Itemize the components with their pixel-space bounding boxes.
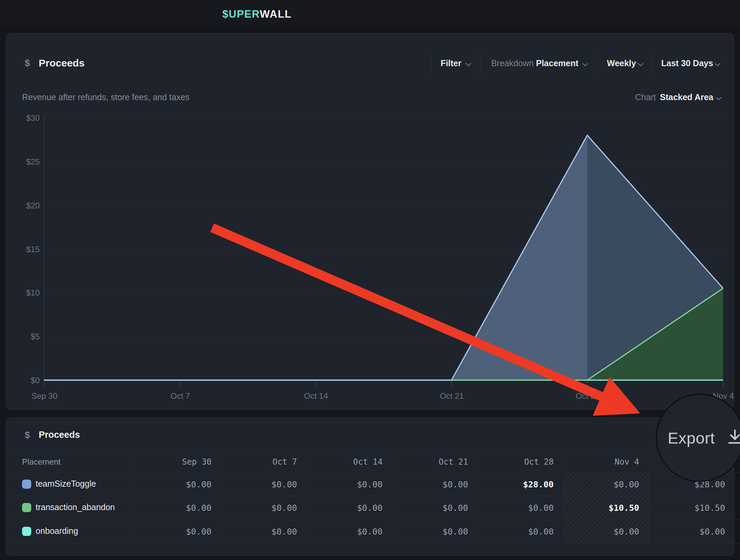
chevron-down-icon[interactable] [582,61,588,67]
column-header-date: Oct 28 [478,457,554,467]
table-cell-value: $0.00 [392,503,468,513]
table-cell-value: $0.00 [135,503,211,513]
proceeds-chart-card: $ Proceeds Filter Breakdown Placement We… [6,33,734,410]
y-axis-tick-label: $0 [7,376,40,385]
breakdown-label: Breakdown [491,58,534,68]
export-highlight-circle: Export [656,394,740,482]
column-header-date: Sep 30 [135,457,211,467]
table-cell-value: $0.00 [221,503,297,513]
table-cell-total: $0.00 [649,527,725,537]
y-axis-tick-label: $25 [7,157,40,167]
table-cell-value: $0.00 [307,480,383,489]
logo-secondary: WALL [260,8,292,20]
chevron-down-icon[interactable] [466,61,471,67]
placement-row-label: teamSizeToggle [36,479,134,489]
table-cell-value: $10.50 [563,503,639,513]
x-axis-tick-label: Oct 7 [151,391,209,401]
series-swatch [22,480,31,489]
controls-divider [431,54,431,73]
proceeds-table-card: $ Proceeds PlacementSep 30Oct 7Oct 14Oct… [6,417,734,556]
superwall-logo: $UPERWALL [222,8,292,20]
table-cell-total: $10.50 [649,503,725,513]
chevron-down-icon[interactable] [716,95,722,100]
y-axis-tick-label: $10 [7,288,40,298]
table-cell-value: $0.00 [478,503,554,513]
table-card-title: Proceeds [39,430,80,440]
table-grid-line [12,496,740,496]
x-axis-tick-label: Oct 14 [287,391,345,401]
dollar-icon: $ [25,58,30,69]
y-axis-tick-label: $30 [7,113,40,123]
table-grid-line [12,520,740,520]
column-header-date: Oct 7 [221,457,297,467]
column-header-placement: Placement [22,457,124,467]
table-cell-value: $0.00 [307,503,383,513]
series-swatch [22,527,31,536]
chevron-down-icon[interactable] [715,61,721,67]
series-swatch [22,503,31,512]
chevron-down-icon[interactable] [638,61,644,67]
table-cell-value: $0.00 [307,527,383,537]
logo-primary: $UPER [222,8,260,20]
placement-row-label: onboarding [36,526,134,536]
table-cell-value: $0.00 [135,527,211,537]
export-button[interactable]: Export [668,429,715,447]
y-axis-tick-label: $20 [7,201,40,210]
table-cell-value: $28.00 [478,480,554,489]
controls-divider [480,54,480,73]
table-cell-value: $0.00 [563,480,639,489]
filter-button[interactable]: Filter [441,58,461,68]
column-header-date: Nov 4 [563,457,639,467]
dollar-icon: $ [25,430,30,441]
chart-type-label: Chart [635,92,656,102]
y-axis-tick-label: $5 [7,332,40,341]
table-cell-value: $0.00 [563,527,639,537]
column-header-date: Oct 14 [307,457,383,467]
table-cell-value: $0.00 [478,527,554,537]
top-nav-bar: $UPERWALL [0,0,740,27]
chart-subtitle: Revenue after refunds, store fees, and t… [22,92,189,102]
x-axis-tick-label: Oct 28 [559,391,616,401]
chart-card-title: Proceeds [39,57,85,69]
breakdown-select[interactable]: Placement [536,58,578,68]
table-cell-value: $0.00 [392,480,468,489]
table-cell-value: $0.00 [221,527,297,537]
table-cell-value: $0.00 [221,480,297,489]
y-axis-tick-label: $15 [7,245,40,254]
table-grid-line [12,472,740,473]
placement-row-label: transaction_abandon [36,502,134,512]
table-cell-total: $28.00 [649,480,725,489]
controls-divider [651,54,651,73]
table-cell-value: $0.00 [135,480,211,489]
x-axis-tick-label: Oct 21 [423,391,481,401]
x-axis-tick-label: Sep 30 [16,391,73,401]
interval-select[interactable]: Weekly [607,58,636,68]
column-header-date: Oct 21 [392,457,468,467]
table-grid-line [12,543,740,543]
controls-divider [597,54,597,73]
table-grid-line [12,450,740,450]
download-icon[interactable] [727,429,740,446]
date-range-select[interactable]: Last 30 Days [661,58,713,68]
table-cell-value: $0.00 [392,527,468,537]
chart-type-select[interactable]: Stacked Area [660,92,714,102]
